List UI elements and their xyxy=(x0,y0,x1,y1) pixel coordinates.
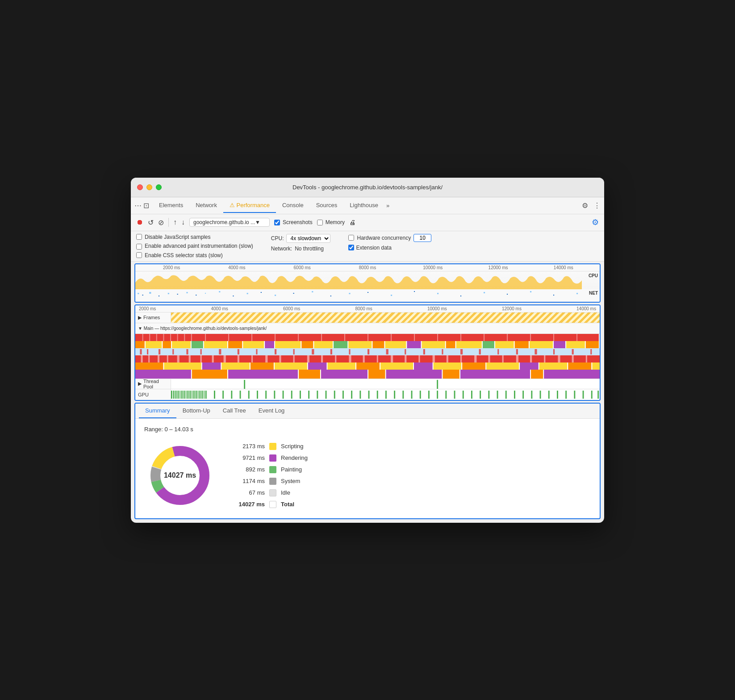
settings-blue-icon[interactable]: ⚙ xyxy=(592,218,599,227)
thread-pool-label[interactable]: ▶ Thread Pool xyxy=(135,379,171,389)
tl-14000: 14000 ms xyxy=(576,306,596,311)
svg-rect-76 xyxy=(515,341,529,348)
svg-rect-6 xyxy=(186,292,188,293)
refresh-icon[interactable]: ↺ xyxy=(148,218,154,227)
net-chart[interactable]: NET xyxy=(135,289,600,302)
memory-option: Memory xyxy=(317,219,345,225)
download-icon[interactable]: ↓ xyxy=(181,218,185,226)
svg-rect-59 xyxy=(204,341,227,348)
svg-rect-11 xyxy=(247,293,248,294)
svg-rect-13 xyxy=(275,295,276,296)
thread-pool-content[interactable] xyxy=(171,379,600,389)
frames-content[interactable] xyxy=(171,312,600,323)
thread-pool-label-text: Thread Pool xyxy=(143,379,168,389)
enable-css-checkbox[interactable] xyxy=(136,252,142,258)
svg-rect-182 xyxy=(181,391,183,399)
svg-rect-20 xyxy=(414,291,415,292)
maximize-button[interactable] xyxy=(156,184,162,190)
ruler-12000: 12000 ms xyxy=(465,265,530,270)
svg-rect-51 xyxy=(530,334,531,341)
flame-row-1 xyxy=(135,334,600,341)
svg-rect-0 xyxy=(138,293,139,294)
enable-paint-checkbox[interactable] xyxy=(136,244,142,250)
tab-sources[interactable]: Sources xyxy=(310,198,344,213)
net-label: NET xyxy=(589,291,598,296)
minimize-button[interactable] xyxy=(146,184,152,190)
cpu-chart[interactable]: CPU xyxy=(135,271,600,289)
svg-rect-127 xyxy=(349,355,351,362)
options-left: Disable JavaScript samples Enable advanc… xyxy=(136,234,253,258)
summary-content: Range: 0 – 14.03 s xyxy=(135,419,600,518)
screenshots-checkbox[interactable] xyxy=(274,220,280,225)
svg-rect-41 xyxy=(298,334,299,341)
svg-rect-153 xyxy=(356,362,380,370)
svg-rect-54 xyxy=(135,341,145,348)
svg-rect-48 xyxy=(460,334,461,341)
ext-label: Extension data xyxy=(356,245,391,251)
svg-rect-143 xyxy=(572,355,574,362)
svg-rect-92 xyxy=(293,349,295,354)
record-icon[interactable]: ⏺ xyxy=(136,218,143,226)
svg-rect-61 xyxy=(243,341,264,348)
svg-rect-52 xyxy=(553,334,554,341)
svg-rect-21 xyxy=(437,293,438,294)
url-bar[interactable]: googlechrome.github.io ...▼ xyxy=(189,218,270,227)
svg-rect-1 xyxy=(142,295,143,296)
close-button[interactable] xyxy=(137,184,143,190)
tab-performance[interactable]: ⚠ Performance xyxy=(223,198,276,213)
bottom-panel: Summary Bottom-Up Call Tree Event Log Ra… xyxy=(134,403,601,519)
tab-elements[interactable]: Elements xyxy=(153,198,189,213)
screenshots-label: Screenshots xyxy=(283,219,313,225)
svg-rect-100 xyxy=(442,349,443,354)
summary-layout: 14027 ms 2173 ms Scripting 9721 ms xyxy=(144,440,591,511)
svg-rect-8 xyxy=(205,293,206,294)
gpu-content[interactable] xyxy=(171,389,600,400)
svg-rect-45 xyxy=(391,334,392,341)
svg-rect-62 xyxy=(265,341,274,348)
svg-rect-72 xyxy=(446,341,455,348)
svg-rect-183 xyxy=(184,391,185,399)
disable-js-checkbox[interactable] xyxy=(136,234,142,240)
main-label-text[interactable]: ▼ Main — https://googlechrome.github.io/… xyxy=(135,326,600,331)
tab-more[interactable]: » xyxy=(386,202,389,209)
svg-rect-85 xyxy=(172,349,174,354)
settings-icon[interactable]: ⚙ xyxy=(582,201,588,210)
upload-icon[interactable]: ↑ xyxy=(173,218,177,226)
ext-checkbox[interactable] xyxy=(348,245,354,250)
thread-pool-arrow-icon: ▶ xyxy=(138,381,142,387)
tab-call-tree[interactable]: Call Tree xyxy=(217,404,252,418)
svg-rect-225 xyxy=(471,391,472,399)
svg-rect-174 xyxy=(531,370,543,379)
svg-rect-217 xyxy=(402,391,404,399)
tab-network[interactable]: Network xyxy=(189,198,223,213)
hw-input[interactable] xyxy=(413,234,431,242)
tab-lighthouse[interactable]: Lighthouse xyxy=(343,198,384,213)
svg-rect-148 xyxy=(221,362,249,370)
tab-event-log[interactable]: Event Log xyxy=(252,404,291,418)
painting-label: Painting xyxy=(281,466,302,473)
more-icon[interactable]: ⋮ xyxy=(593,201,601,210)
cpu-select[interactable]: 4x slowdown No throttling 2x slowdown 6x… xyxy=(286,234,330,243)
devtools-toggle-icon[interactable]: ⊡ xyxy=(143,201,149,210)
memory-checkbox[interactable] xyxy=(317,220,323,225)
frames-label[interactable]: ▶ Frames xyxy=(135,312,171,323)
svg-rect-96 xyxy=(368,349,369,354)
svg-rect-68 xyxy=(372,341,384,348)
storage-icon: 🖨 xyxy=(349,219,355,226)
clear-icon[interactable]: ⊘ xyxy=(158,218,164,227)
flame-row-3 xyxy=(135,348,600,355)
tab-console[interactable]: Console xyxy=(276,198,310,213)
tab-summary[interactable]: Summary xyxy=(139,404,176,418)
network-label: Network: xyxy=(271,246,292,252)
svg-rect-104 xyxy=(516,349,518,354)
svg-rect-203 xyxy=(283,391,284,399)
flame-chart[interactable] xyxy=(135,334,600,379)
tab-bottom-up[interactable]: Bottom-Up xyxy=(176,404,217,418)
svg-rect-234 xyxy=(548,391,550,399)
svg-rect-15 xyxy=(312,291,313,292)
svg-rect-188 xyxy=(193,391,195,399)
frames-arrow-icon: ▶ xyxy=(138,315,142,321)
svg-rect-146 xyxy=(164,362,201,370)
hw-checkbox[interactable] xyxy=(348,235,354,241)
legend-painting: 892 ms Painting xyxy=(234,466,308,473)
